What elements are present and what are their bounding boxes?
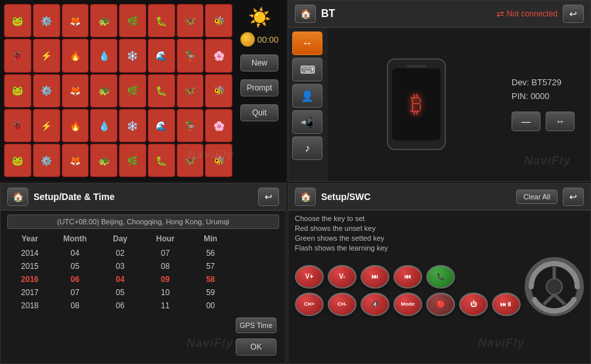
clear-all-button[interactable]: Clear All [516, 190, 558, 204]
min-56[interactable]: 56 [188, 247, 233, 259]
back-button[interactable]: ↩ [563, 5, 584, 23]
month-08[interactable]: 08 [53, 300, 98, 312]
bt-disconnect-button[interactable]: ↔ [546, 111, 575, 131]
swc-mode[interactable]: Mode [393, 293, 422, 316]
swc-vol-down[interactable]: V- [328, 265, 357, 289]
pokemon-cell-35[interactable]: 🐢 [90, 144, 118, 177]
day-04[interactable]: 04 [98, 273, 143, 285]
pokemon-cell-37[interactable]: 🐛 [148, 144, 175, 177]
bt-menu-transfer[interactable]: ↔ [292, 31, 322, 55]
datetime-header: 🏠 Setup/Date & Time ↩ [1, 184, 286, 211]
swc-home-button[interactable]: 🏠 [295, 188, 316, 206]
bt-pair-button[interactable]: — [512, 111, 540, 131]
pokemon-cell-21[interactable]: 🐛 [148, 74, 175, 108]
month-06[interactable]: 06 [53, 273, 98, 285]
pokemon-cell-7[interactable]: 🐝 [205, 4, 232, 37]
hour-08[interactable]: 08 [142, 260, 188, 272]
pokemon-cell-9[interactable]: ⚡ [33, 39, 60, 72]
datetime-home-button[interactable]: 🏠 [7, 188, 28, 206]
min-57[interactable]: 57 [188, 260, 233, 272]
pokemon-cell-4[interactable]: 🌿 [119, 4, 146, 37]
pokemon-cell-32[interactable]: 🐸 [4, 144, 32, 177]
min-59[interactable]: 59 [188, 287, 233, 298]
pokemon-cell-25[interactable]: ⚡ [33, 109, 60, 142]
hour-09[interactable]: 09 [142, 273, 188, 285]
ok-button[interactable]: OK [236, 338, 276, 355]
prompt-button[interactable]: Prompt [240, 79, 278, 96]
pokemon-cell-6[interactable]: 🦋 [177, 4, 204, 37]
swc-ch-up[interactable]: CH+ [295, 293, 324, 316]
year-2014[interactable]: 2014 [7, 247, 53, 259]
pokemon-cell-5[interactable]: 🐛 [148, 4, 175, 37]
pokemon-cell-8[interactable]: 🐞 [4, 39, 32, 72]
pokemon-cell-36[interactable]: 🌿 [119, 144, 146, 177]
pokemon-cell-29[interactable]: 🌊 [148, 109, 175, 142]
month-04[interactable]: 04 [53, 247, 98, 259]
pokemon-cell-0[interactable]: 🐸 [4, 4, 32, 37]
svg-point-1 [546, 279, 562, 294]
swc-next-track[interactable]: ⏭ [361, 265, 389, 289]
quit-button[interactable]: Quit [240, 104, 278, 121]
min-58[interactable]: 58 [188, 273, 233, 285]
bt-menu-keypad[interactable]: ⌨ [292, 58, 322, 81]
pokemon-cell-10[interactable]: 🔥 [62, 39, 89, 72]
pokemon-cell-24[interactable]: 🐞 [4, 109, 32, 142]
hour-07[interactable]: 07 [142, 247, 188, 259]
bt-menu-music[interactable]: ♪ [292, 136, 322, 160]
swc-ch-down[interactable]: CH- [328, 293, 357, 316]
year-2015[interactable]: 2015 [7, 260, 53, 272]
pokemon-cell-18[interactable]: 🦊 [62, 74, 89, 108]
pokemon-cell-28[interactable]: ❄️ [119, 109, 146, 142]
pokemon-cell-30[interactable]: 🦆 [177, 109, 204, 142]
pokemon-cell-13[interactable]: 🌊 [148, 39, 175, 72]
pokemon-cell-33[interactable]: ⚙️ [33, 144, 60, 177]
day-02[interactable]: 02 [98, 247, 143, 259]
pokemon-cell-23[interactable]: 🐝 [205, 74, 232, 108]
bt-body: ↔ ⌨ 👤 📲 ♪ ₿ Dev: BT5729 PIN: 0000 — ↔ [288, 28, 590, 181]
day-03[interactable]: 03 [98, 260, 143, 272]
pokemon-cell-11[interactable]: 💧 [90, 39, 118, 72]
min-00[interactable]: 00 [188, 300, 233, 312]
pokemon-cell-15[interactable]: 🌸 [205, 39, 232, 72]
pokemon-cell-26[interactable]: 🔥 [62, 109, 89, 142]
month-05[interactable]: 05 [53, 260, 98, 272]
pokemon-cell-38[interactable]: 🦋 [177, 144, 204, 177]
swc-call-answer[interactable]: 📞 [426, 265, 455, 289]
swc-vol-up[interactable]: V+ [295, 265, 324, 289]
swc-play-pause[interactable]: ⏭⏸ [492, 293, 521, 316]
pokemon-cell-22[interactable]: 🦋 [177, 74, 204, 108]
swc-row-1: V+ V- ⏭ ⏮ 📞 [295, 265, 521, 289]
year-2016[interactable]: 2016 [7, 273, 53, 285]
home-button[interactable]: 🏠 [295, 5, 316, 23]
pokemon-cell-27[interactable]: 💧 [90, 109, 118, 142]
pokemon-cell-17[interactable]: ⚙️ [33, 74, 60, 108]
pokemon-cell-3[interactable]: 🐢 [90, 4, 118, 37]
new-button[interactable]: New [240, 54, 278, 71]
swc-power[interactable]: ⏻ [459, 293, 488, 316]
hour-11[interactable]: 11 [142, 300, 188, 312]
pokemon-cell-31[interactable]: 🌸 [205, 109, 232, 142]
hour-10[interactable]: 10 [142, 287, 188, 298]
pokemon-cell-19[interactable]: 🐢 [90, 74, 118, 108]
pokemon-cell-2[interactable]: 🦊 [62, 4, 89, 37]
day-06[interactable]: 06 [98, 300, 143, 312]
pokemon-cell-34[interactable]: 🦊 [62, 144, 89, 177]
swc-mute[interactable]: 🔇 [361, 293, 389, 316]
pokemon-cell-39[interactable]: 🐝 [205, 144, 232, 177]
bt-menu-contacts[interactable]: 👤 [292, 84, 322, 108]
bt-menu-phone[interactable]: 📲 [292, 110, 322, 134]
year-2017[interactable]: 2017 [7, 287, 53, 298]
pokemon-cell-12[interactable]: ❄️ [119, 39, 146, 72]
pokemon-cell-20[interactable]: 🌿 [119, 74, 146, 108]
gps-time-button[interactable]: GPS Time [236, 317, 276, 333]
pokemon-cell-16[interactable]: 🐸 [4, 74, 32, 108]
pokemon-cell-14[interactable]: 🦆 [177, 39, 204, 72]
swc-back-button[interactable]: ↩ [563, 188, 584, 206]
day-05[interactable]: 05 [98, 287, 143, 298]
datetime-back-button[interactable]: ↩ [258, 188, 279, 206]
pokemon-cell-1[interactable]: ⚙️ [33, 4, 60, 37]
swc-prev-track[interactable]: ⏮ [393, 265, 422, 289]
swc-call-end[interactable]: 🔴 [426, 293, 455, 316]
year-2018[interactable]: 2018 [7, 300, 53, 312]
month-07[interactable]: 07 [53, 287, 98, 298]
